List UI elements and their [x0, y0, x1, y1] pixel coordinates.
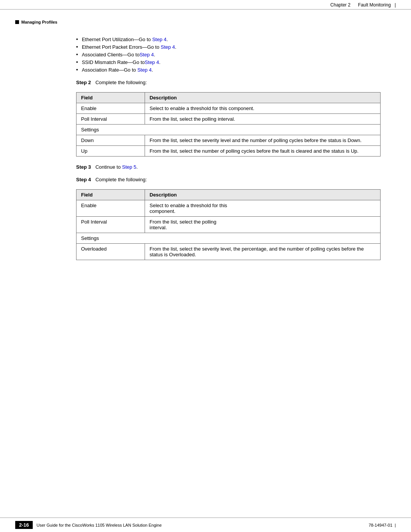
- bullet-text: Ethernet Port Utilization—Go to Step 4.: [82, 37, 168, 42]
- bullet-text: Ethernet Port Packet Errors—Go to Step 4…: [82, 44, 177, 50]
- table-row: Poll Interval From the list, select the …: [76, 217, 381, 233]
- page-header: Chapter 2 Fault Monitoring |: [0, 0, 411, 10]
- step3-block: Step 3 Continue to Step 5.: [76, 164, 381, 170]
- field-settings2: Settings: [76, 233, 381, 244]
- table1-header-field: Field: [76, 93, 145, 103]
- sidebar-label-text: Managing Profiles: [21, 20, 57, 24]
- list-item: Associated Clients—Go toStep 4.: [76, 51, 381, 58]
- sidebar-label: Managing Profiles: [15, 20, 57, 24]
- sidebar-square-icon: [15, 20, 19, 24]
- desc-up: From the list, select the number of poll…: [145, 146, 381, 157]
- table-row: Overloaded From the list, select the sev…: [76, 244, 381, 260]
- bullet-text: Association Rate—Go to Step 4.: [82, 67, 153, 73]
- table1: Field Description Enable Select to enabl…: [76, 92, 381, 157]
- table2-header-description: Description: [145, 190, 381, 200]
- header-chapter-text: Chapter 2 Fault Monitoring |: [330, 2, 396, 8]
- desc-poll-interval: From the list, select the polling interv…: [145, 114, 381, 125]
- table-row: Poll Interval From the list, select the …: [76, 114, 381, 125]
- step4-link-3[interactable]: Step 4: [140, 52, 154, 58]
- section-label: Fault Monitoring: [358, 2, 391, 8]
- step5-link[interactable]: Step 5: [122, 164, 137, 170]
- step4-link-1[interactable]: Step 4: [152, 37, 167, 42]
- table2: Field Description Enable Select to enabl…: [76, 189, 381, 260]
- step4-label: Step 4: [76, 177, 91, 182]
- bullet-text: SSID Mismatch Rate—Go toStep 4.: [82, 59, 161, 65]
- field-settings: Settings: [76, 125, 381, 135]
- table2-header-field: Field: [76, 190, 145, 200]
- desc-overloaded: From the list, select the severity level…: [145, 244, 381, 260]
- table1-header-description: Description: [145, 93, 381, 103]
- table-row: Up From the list, select the number of p…: [76, 146, 381, 157]
- chapter-label: Chapter 2: [330, 2, 350, 8]
- field-up: Up: [76, 146, 145, 157]
- desc-poll-interval2: From the list, select the pollinginterva…: [145, 217, 381, 233]
- main-content: Ethernet Port Utilization—Go to Step 4. …: [0, 10, 411, 298]
- bullet-list: Ethernet Port Utilization—Go to Step 4. …: [76, 36, 381, 73]
- list-item: Ethernet Port Utilization—Go to Step 4.: [76, 36, 381, 42]
- desc-enable: Select to enable a threshold for this co…: [145, 103, 381, 114]
- field-overloaded: Overloaded: [76, 244, 145, 260]
- bullet-text: Associated Clients—Go toStep 4.: [82, 52, 155, 58]
- footer-doc-title: User Guide for the CiscoWorks 1105 Wirel…: [37, 523, 162, 527]
- field-enable2: Enable: [76, 200, 145, 217]
- step4-text: Complete the following:: [96, 177, 147, 182]
- step4-block: Step 4 Complete the following:: [76, 177, 381, 182]
- table-row: Enable Select to enable a threshold for …: [76, 200, 381, 217]
- table1-header-row: Field Description: [76, 93, 381, 103]
- field-poll-interval: Poll Interval: [76, 114, 145, 125]
- page-wrapper: Chapter 2 Fault Monitoring | Managing Pr…: [0, 0, 411, 532]
- table2-header-row: Field Description: [76, 190, 381, 200]
- step2-text: Complete the following:: [96, 80, 147, 85]
- step4-link-4[interactable]: Step 4: [145, 59, 159, 65]
- footer-left: 2-16 User Guide for the CiscoWorks 1105 …: [15, 521, 162, 529]
- field-poll-interval2: Poll Interval: [76, 217, 145, 233]
- step4-link-5[interactable]: Step 4: [137, 67, 152, 73]
- step3-text: Continue to Step 5.: [96, 164, 138, 170]
- desc-enable2: Select to enable a threshold for thiscom…: [145, 200, 381, 217]
- step3-label: Step 3: [76, 164, 91, 170]
- footer-doc-number: 78-14947-01: [369, 523, 392, 527]
- list-item: Ethernet Port Packet Errors—Go to Step 4…: [76, 44, 381, 50]
- table-row: Down From the list, select the severity …: [76, 135, 381, 146]
- list-item: SSID Mismatch Rate—Go toStep 4.: [76, 59, 381, 65]
- page-footer: 2-16 User Guide for the CiscoWorks 1105 …: [0, 518, 411, 532]
- list-item: Association Rate—Go to Step 4.: [76, 67, 381, 73]
- table-row: Enable Select to enable a threshold for …: [76, 103, 381, 114]
- field-down: Down: [76, 135, 145, 146]
- field-enable: Enable: [76, 103, 145, 114]
- page-number-badge: 2-16: [15, 521, 33, 529]
- step2-label: Step 2: [76, 80, 91, 85]
- footer-right: 78-14947-01 |: [369, 523, 396, 527]
- table-row-section2: Settings: [76, 233, 381, 244]
- step4-link-2[interactable]: Step 4: [161, 44, 175, 50]
- desc-down: From the list, select the severity level…: [145, 135, 381, 146]
- step2-block: Step 2 Complete the following:: [76, 80, 381, 85]
- table-row-section: Settings: [76, 125, 381, 135]
